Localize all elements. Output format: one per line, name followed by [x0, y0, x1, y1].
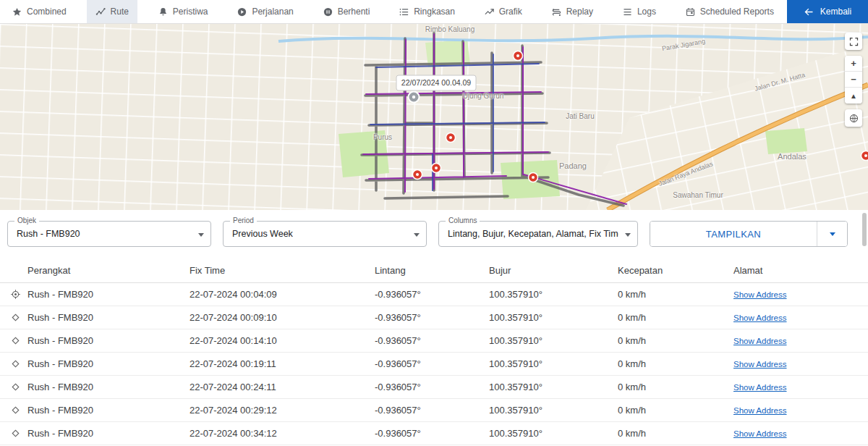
- objek-select[interactable]: Objek Rush - FMB920: [7, 221, 211, 247]
- diamond-marker-icon[interactable]: [10, 335, 21, 346]
- star-icon: [12, 7, 22, 17]
- diamond-marker-icon[interactable]: [10, 358, 21, 369]
- globe-icon: [848, 113, 859, 124]
- table-row[interactable]: Rush - FMB92022-07-2024 00:24:11-0.93605…: [0, 376, 868, 399]
- event-marker-icon[interactable]: [861, 151, 868, 161]
- objek-select-value: Rush - FMB920: [17, 229, 80, 239]
- tab-perjalanan[interactable]: Perjalanan: [228, 0, 302, 23]
- tab-combined[interactable]: Combined: [3, 0, 75, 23]
- tampilkan-button[interactable]: TAMPILKAN: [650, 222, 817, 246]
- columns-select[interactable]: Columns Lintang, Bujur, Kecepatan, Alama…: [438, 221, 638, 247]
- show-address-link[interactable]: Show Address: [733, 360, 787, 369]
- table-row[interactable]: Rush - FMB92022-07-2024 00:14:10-0.93605…: [0, 329, 868, 353]
- kembali-back-button[interactable]: Kembali: [787, 0, 868, 23]
- cell-lintang: -0.936057°: [375, 428, 489, 439]
- replay-route-icon: [551, 7, 562, 17]
- summary-list-icon: [399, 7, 409, 17]
- tab-peristiwa[interactable]: Peristiwa: [149, 0, 217, 23]
- diamond-marker-icon[interactable]: [10, 405, 21, 416]
- cell-perangkat: Rush - FMB920: [27, 335, 190, 346]
- map[interactable]: 22/07/2024 00.04.09 Rimbo KaluangUjung G…: [0, 24, 868, 210]
- columns-select-value: Lintang, Bujur, Kecepatan, Alamat, Fix T…: [448, 229, 618, 239]
- event-marker-icon[interactable]: [432, 164, 441, 173]
- tab-berhenti[interactable]: Berhenti: [314, 0, 379, 23]
- zoom-in-button[interactable]: +: [845, 56, 862, 72]
- route-icon: [95, 7, 106, 17]
- cell-perangkat: Rush - FMB920: [27, 382, 190, 392]
- show-address-link[interactable]: Show Address: [733, 429, 787, 438]
- tab-label: Rute: [111, 7, 129, 17]
- tab-label: Scheduled Reports: [700, 7, 774, 17]
- header-perangkat: Perangkat: [27, 265, 190, 276]
- tab-label: Combined: [27, 7, 67, 17]
- my-location-icon[interactable]: [10, 289, 21, 300]
- diamond-marker-icon[interactable]: [10, 428, 21, 439]
- table-row[interactable]: Rush - FMB92022-07-2024 00:29:12-0.93605…: [0, 399, 868, 422]
- trending-up-icon: [484, 7, 495, 17]
- bell-icon: [158, 7, 169, 17]
- menu-icon: [622, 7, 633, 17]
- cell-lintang: -0.936057°: [375, 358, 489, 369]
- cell-kecepatan: 0 km/h: [618, 358, 733, 369]
- cell-bujur: 100.357910°: [489, 428, 618, 439]
- show-address-link[interactable]: Show Address: [733, 406, 787, 415]
- event-marker-icon[interactable]: [446, 133, 456, 143]
- tampilkan-split-button: TAMPILKAN: [650, 221, 848, 247]
- diamond-marker-icon[interactable]: [10, 312, 21, 323]
- tab-scheduled-reports[interactable]: Scheduled Reports: [676, 0, 783, 23]
- cell-kecepatan: 0 km/h: [618, 335, 733, 346]
- tab-label: Peristiwa: [173, 7, 208, 17]
- tampilkan-dropdown-button[interactable]: [817, 222, 847, 246]
- report-filters: Objek Rush - FMB920 Period Previous Week…: [0, 210, 868, 247]
- header-fix-time: Fix Time: [190, 265, 375, 276]
- cell-lintang: -0.936057°: [375, 312, 489, 323]
- table-row[interactable]: Rush - FMB92022-07-2024 00:04:09-0.93605…: [0, 283, 868, 306]
- period-select[interactable]: Period Previous Week: [223, 221, 427, 247]
- table-row[interactable]: Rush - FMB92022-07-2024 00:34:12-0.93605…: [0, 422, 868, 445]
- zoom-out-button[interactable]: −: [845, 72, 862, 88]
- cell-bujur: 100.357910°: [489, 335, 618, 346]
- columns-select-label: Columns: [446, 216, 480, 225]
- current-position-marker[interactable]: [409, 92, 420, 103]
- show-address-link[interactable]: Show Address: [733, 290, 787, 299]
- cell-perangkat: Rush - FMB920: [27, 428, 190, 439]
- tab-label: Perjalanan: [252, 7, 293, 17]
- tab-rute[interactable]: Rute: [87, 0, 137, 23]
- chevron-down-icon: [198, 233, 204, 237]
- table-row[interactable]: Rush - FMB92022-07-2024 00:09:10-0.93605…: [0, 306, 868, 329]
- layers-button[interactable]: [845, 109, 862, 127]
- pause-circle-icon: [323, 7, 333, 17]
- tab-label: Ringkasan: [414, 7, 455, 17]
- event-marker-icon[interactable]: [514, 51, 523, 61]
- diamond-marker-icon[interactable]: [10, 382, 21, 392]
- tab-label: Grafik: [499, 7, 522, 17]
- show-address-link[interactable]: Show Address: [733, 314, 787, 322]
- cell-kecepatan: 0 km/h: [618, 382, 733, 392]
- cell-bujur: 100.357910°: [489, 289, 618, 300]
- pan-up-button[interactable]: ▲: [845, 88, 862, 104]
- table-row[interactable]: Rush - FMB92022-07-2024 00:19:11-0.93605…: [0, 353, 868, 376]
- fullscreen-button[interactable]: [845, 33, 862, 50]
- cell-fix-time: 22-07-2024 00:34:12: [190, 428, 375, 439]
- scrollbar-thumb[interactable]: [862, 213, 867, 246]
- show-address-link[interactable]: Show Address: [733, 383, 787, 392]
- cell-lintang: -0.936057°: [375, 335, 489, 346]
- tab-ringkasan[interactable]: Ringkasan: [390, 0, 464, 23]
- tab-grafik[interactable]: Grafik: [475, 0, 531, 23]
- cell-fix-time: 22-07-2024 00:19:11: [190, 358, 375, 369]
- cell-fix-time: 22-07-2024 00:04:09: [190, 289, 375, 300]
- show-address-link[interactable]: Show Address: [733, 337, 787, 345]
- cell-perangkat: Rush - FMB920: [27, 358, 190, 369]
- tab-logs[interactable]: Logs: [613, 0, 665, 23]
- tab-replay[interactable]: Replay: [542, 0, 602, 23]
- report-tab-bar: CombinedRutePeristiwaPerjalananBerhentiR…: [0, 0, 868, 24]
- cell-lintang: -0.936057°: [375, 405, 489, 416]
- event-marker-icon[interactable]: [413, 170, 422, 180]
- cell-kecepatan: 0 km/h: [618, 289, 733, 300]
- map-tooltip-text: 22/07/2024 00.04.09: [401, 78, 472, 87]
- vertical-scrollbar[interactable]: [861, 211, 867, 446]
- cell-perangkat: Rush - FMB920: [27, 405, 190, 416]
- event-marker-icon[interactable]: [529, 173, 538, 182]
- header-bujur: Bujur: [489, 265, 618, 276]
- objek-select-label: Objek: [14, 216, 39, 225]
